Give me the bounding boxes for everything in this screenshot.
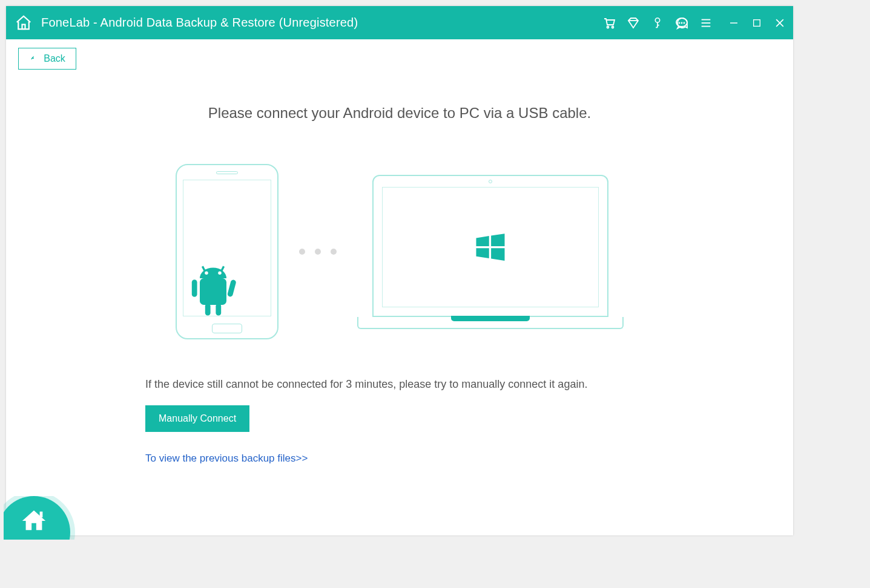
app-window: FoneLab - Android Data Backup & Restore … (6, 6, 793, 535)
svg-point-3 (655, 18, 659, 22)
laptop-illustration (357, 175, 624, 329)
connection-dots (299, 249, 337, 255)
svg-line-21 (221, 266, 223, 272)
laptop-screen (382, 187, 599, 307)
maximize-icon[interactable] (751, 17, 763, 29)
laptop-hinge (451, 316, 530, 321)
svg-line-20 (202, 266, 205, 272)
android-icon (183, 252, 246, 316)
home-icon[interactable] (13, 13, 34, 33)
cart-icon[interactable] (602, 16, 616, 30)
phone-speaker (216, 171, 238, 174)
main-area: Please connect your Android device to PC… (18, 70, 781, 465)
titlebar: FoneLab - Android Data Backup & Restore … (6, 6, 793, 39)
floating-home-button[interactable] (4, 496, 76, 540)
svg-point-22 (205, 271, 208, 275)
dot (299, 249, 305, 255)
svg-rect-12 (754, 19, 760, 26)
close-icon[interactable] (774, 17, 786, 29)
laptop-base (357, 317, 624, 329)
dot (315, 249, 321, 255)
svg-point-4 (679, 22, 680, 23)
svg-rect-15 (200, 278, 226, 305)
laptop-camera (489, 180, 492, 183)
manually-connect-button[interactable]: Manually Connect (145, 405, 249, 432)
svg-rect-0 (22, 24, 25, 29)
svg-rect-24 (40, 512, 43, 518)
bottom-section: If the device still cannot be connected … (145, 378, 654, 465)
minimize-icon[interactable] (728, 17, 740, 29)
back-arrow-icon (29, 54, 38, 63)
phone-screen (183, 180, 271, 316)
illustration-row (18, 164, 781, 339)
diamond-icon[interactable] (626, 16, 641, 30)
dot (331, 249, 337, 255)
hint-text: If the device still cannot be connected … (145, 378, 654, 391)
titlebar-action-icons (602, 16, 713, 30)
back-label: Back (44, 53, 65, 64)
back-button[interactable]: Back (18, 48, 76, 70)
svg-point-1 (607, 26, 609, 28)
home-icon (20, 507, 48, 535)
windows-icon (473, 230, 507, 264)
view-previous-link[interactable]: To view the previous backup files>> (145, 452, 654, 465)
laptop-body (372, 175, 608, 317)
svg-rect-16 (192, 279, 197, 297)
phone-home-button (212, 324, 242, 333)
key-icon[interactable] (650, 16, 665, 30)
content-area: Back Please connect your Android device … (6, 39, 793, 535)
svg-point-23 (218, 271, 222, 275)
headline-text: Please connect your Android device to PC… (18, 105, 781, 122)
svg-point-5 (682, 22, 682, 23)
svg-rect-19 (216, 304, 221, 316)
svg-rect-18 (205, 304, 211, 316)
phone-illustration (176, 164, 278, 339)
svg-rect-17 (227, 279, 237, 298)
svg-point-2 (612, 26, 614, 28)
menu-icon[interactable] (699, 16, 713, 30)
chat-icon[interactable] (674, 16, 689, 30)
svg-point-6 (684, 22, 685, 23)
app-title: FoneLab - Android Data Backup & Restore … (41, 16, 358, 30)
window-controls (728, 17, 786, 29)
